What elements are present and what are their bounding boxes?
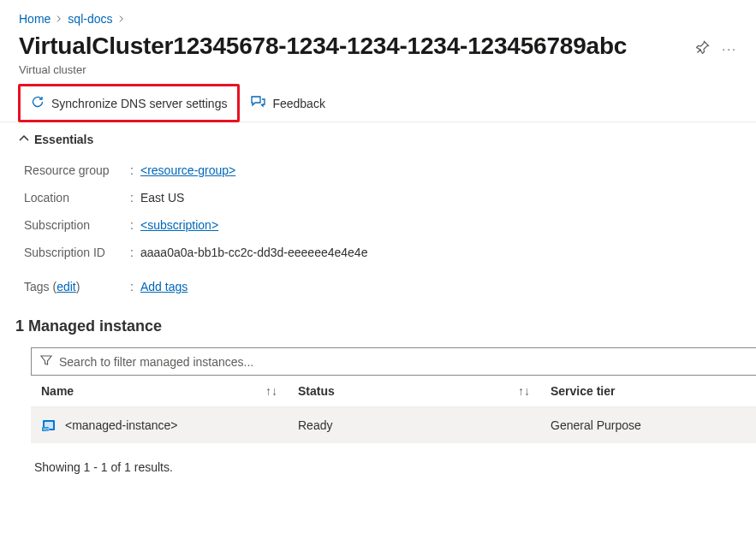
managed-instance-table: Name ↑↓ Status ↑↓ Service tier: [31, 376, 756, 443]
edit-tags-link[interactable]: edit: [57, 280, 76, 293]
result-count: Showing 1 - 1 of 1 results.: [0, 443, 756, 474]
feedback-button[interactable]: Feedback: [240, 85, 335, 121]
col-tier[interactable]: Service tier: [540, 376, 756, 407]
svg-text:SQL: SQL: [43, 427, 51, 431]
breadcrumb-home[interactable]: Home: [19, 12, 51, 26]
kv-key-resource-group: Resource group: [24, 163, 130, 177]
resource-type-label: Virtual cluster: [0, 63, 756, 85]
kv-key-subscription-id: Subscription ID: [24, 246, 130, 259]
feedback-label: Feedback: [272, 97, 324, 110]
feedback-icon: [250, 95, 265, 111]
managed-instance-name: <managed-instance>: [65, 418, 178, 432]
subscription-link[interactable]: <subscription>: [140, 218, 218, 232]
refresh-icon: [31, 95, 45, 111]
chevron-right-icon: [118, 13, 125, 25]
col-name[interactable]: Name ↑↓: [31, 376, 288, 407]
chevron-up-icon: [19, 133, 29, 146]
table-row[interactable]: SQL <managed-instance> Ready General Pur…: [31, 407, 756, 444]
search-field[interactable]: [31, 347, 756, 376]
command-bar: Synchronize DNS server settings Feedback: [0, 85, 756, 122]
breadcrumb: Home sql-docs: [0, 0, 756, 33]
kv-key-subscription: Subscription: [24, 218, 130, 232]
filter-icon: [40, 354, 52, 369]
sync-dns-button[interactable]: Synchronize DNS server settings: [18, 84, 240, 122]
sync-dns-label: Synchronize DNS server settings: [51, 97, 227, 110]
managed-instance-icon: SQL: [41, 418, 57, 433]
breadcrumb-parent[interactable]: sql-docs: [68, 12, 112, 26]
essentials-grid: Resource group : <resource-group> Locati…: [0, 153, 756, 307]
chevron-right-icon: [56, 13, 63, 25]
sort-icon: ↑↓: [518, 384, 530, 398]
page-title: VirtualCluster12345678-1234-1234-1234-12…: [19, 33, 689, 60]
sort-icon: ↑↓: [265, 384, 277, 398]
more-icon[interactable]: ···: [722, 42, 737, 56]
location-value: East US: [140, 191, 184, 204]
managed-instance-tier: General Purpose: [540, 407, 756, 444]
kv-key-tags: Tags (edit): [24, 280, 130, 293]
col-status[interactable]: Status ↑↓: [288, 376, 540, 407]
managed-instance-heading: 1 Managed instance: [0, 307, 756, 347]
resource-group-link[interactable]: <resource-group>: [140, 163, 235, 177]
subscription-id-value: aaaa0a0a-bb1b-cc2c-dd3d-eeeeee4e4e4e: [140, 246, 367, 259]
pin-icon[interactable]: [696, 40, 710, 56]
add-tags-link[interactable]: Add tags: [140, 280, 188, 293]
essentials-toggle[interactable]: Essentials: [0, 122, 756, 153]
kv-key-location: Location: [24, 191, 130, 204]
managed-instance-status: Ready: [288, 407, 540, 444]
search-input[interactable]: [59, 355, 747, 369]
essentials-heading: Essentials: [34, 133, 93, 146]
